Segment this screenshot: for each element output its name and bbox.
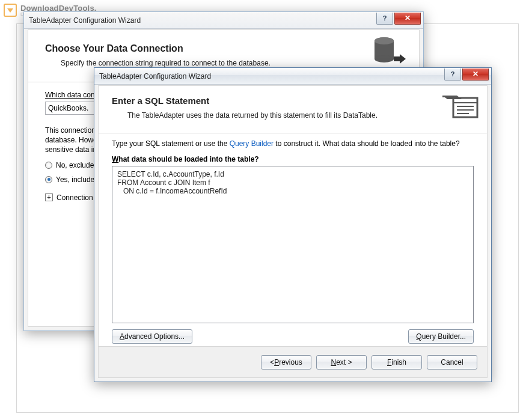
back-window-title: TableAdapter Configuration Wizard <box>29 16 376 25</box>
back-titlebar[interactable]: TableAdapter Configuration Wizard ? ✕ <box>24 12 423 29</box>
wizard-footer: < Previous Next > Finish Cancel <box>99 346 487 377</box>
connection-value: QuickBooks. <box>48 104 88 112</box>
radio-icon <box>45 176 52 183</box>
radio-icon <box>45 162 52 169</box>
database-icon <box>372 36 408 68</box>
front-window: TableAdapter Configuration Wizard ? ✕ En… <box>94 67 492 382</box>
sql-textarea[interactable]: SELECT c.Id, c.AccountType, f.Id FROM Ac… <box>112 166 474 323</box>
front-window-title: TableAdapter Configuration Wizard <box>99 72 444 81</box>
help-icon: ? <box>383 14 387 22</box>
close-button[interactable]: ✕ <box>394 13 421 25</box>
close-icon: ✕ <box>405 14 411 22</box>
front-window-body: Enter a SQL Statement The TableAdapter u… <box>98 85 488 378</box>
help-button[interactable]: ? <box>444 68 461 81</box>
svg-rect-4 <box>453 98 477 117</box>
next-button[interactable]: Next > <box>316 355 367 370</box>
close-icon: ✕ <box>472 70 479 78</box>
close-button[interactable]: ✕ <box>462 68 489 81</box>
advanced-options-button[interactable]: Advanced Options... <box>112 329 192 344</box>
page-subtitle: The TableAdapter uses the data returned … <box>127 111 474 120</box>
help-icon: ? <box>451 70 455 78</box>
page-title: Enter a SQL Statement <box>112 96 474 106</box>
plus-icon: + <box>45 193 53 201</box>
query-builder-button[interactable]: Query Builder... <box>408 329 474 344</box>
cancel-button[interactable]: Cancel <box>427 355 477 370</box>
page-title: Choose Your Data Connection <box>45 43 402 54</box>
radio-exclude-label: No, exclude s <box>56 161 100 169</box>
download-icon <box>4 4 17 17</box>
query-builder-link[interactable]: Query Builder <box>230 139 274 148</box>
page-subtitle: Specify the connection string required t… <box>61 59 402 67</box>
finish-button[interactable]: Finish <box>372 355 422 370</box>
instruction-text: Type your SQL statement or use the Query… <box>112 139 474 148</box>
help-button[interactable]: ? <box>376 13 393 25</box>
table-arrow-icon <box>442 92 479 121</box>
svg-point-3 <box>375 37 394 44</box>
expander-label: Connection <box>57 193 93 202</box>
svg-point-2 <box>375 55 394 62</box>
front-titlebar[interactable]: TableAdapter Configuration Wizard ? ✕ <box>94 68 491 85</box>
sql-label: What data should be loaded into the tabl… <box>112 155 474 163</box>
previous-button[interactable]: < Previous <box>261 355 311 370</box>
